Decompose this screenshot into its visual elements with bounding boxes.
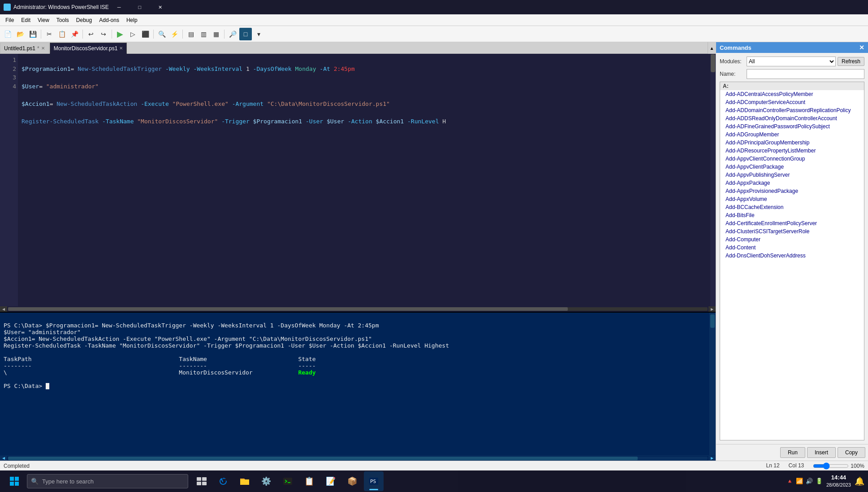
cmd-item-5[interactable]: Add-ADGroupMember — [720, 131, 864, 139]
system-tray-icons: 🔺 📶 🔊 🔋 — [786, 478, 823, 484]
tab-untitled[interactable]: Untitled1.ps1* ✕ — [0, 43, 49, 53]
tab-untitled-close[interactable]: ✕ — [41, 46, 45, 51]
toolbar-more[interactable]: ▾ — [253, 28, 264, 40]
toolbar-panel1[interactable]: ▤ — [185, 28, 197, 40]
toolbar-cut[interactable]: ✂ — [43, 28, 55, 40]
toolbar-run-selection[interactable]: ▷ — [127, 28, 138, 40]
taskbar-app-7[interactable]: 📦 — [342, 471, 362, 491]
taskbar-explorer[interactable] — [235, 471, 255, 491]
volume-icon[interactable]: 🔊 — [806, 478, 813, 484]
cmd-item-17[interactable]: Add-ClusteriSCSITargetServerRole — [720, 227, 864, 235]
cmd-item-20[interactable]: Add-DnsClientDohServerAddress — [720, 252, 864, 260]
toolbar-panel3[interactable]: ▦ — [210, 28, 222, 40]
terminal-hscroll-right[interactable]: ▶ — [708, 456, 716, 461]
editor-hscroll[interactable]: ◀ ▶ — [0, 306, 716, 312]
modules-select[interactable]: All — [747, 57, 836, 66]
terminal-hscroll-left[interactable]: ◀ — [0, 456, 7, 461]
toolbar-paste[interactable]: 📌 — [69, 28, 80, 40]
taskbar-edge[interactable] — [213, 471, 233, 491]
close-button[interactable]: ✕ — [150, 0, 171, 14]
menu-addons[interactable]: Add-ons — [95, 16, 123, 24]
cmd-item-0[interactable]: Add-ADCentralAccessPolicyMember — [720, 90, 864, 98]
taskbar-app-4[interactable]: ⚙️ — [256, 471, 276, 491]
terminal-prompt: PS C:\Data> — [4, 383, 49, 389]
toolbar-run[interactable]: ▶ — [114, 28, 126, 40]
cmd-item-8[interactable]: Add-AppvClientConnectionGroup — [720, 155, 864, 163]
commands-panel: Commands ✕ Modules: All Refresh Name: A: — [716, 42, 868, 461]
commands-close-icon[interactable]: ✕ — [859, 44, 864, 51]
toolbar-new[interactable]: 📄 — [2, 28, 13, 40]
minimize-button[interactable]: ─ — [109, 0, 130, 14]
toolbar-copy[interactable]: 📋 — [56, 28, 68, 40]
toolbar-sep6 — [224, 30, 225, 39]
main-content: Untitled1.ps1* ✕ MonitorDiscosServidor.p… — [0, 42, 868, 461]
start-button[interactable] — [4, 470, 25, 492]
taskbar-terminal[interactable] — [278, 471, 298, 491]
editor-vscroll[interactable] — [710, 54, 716, 306]
insert-button[interactable]: Insert — [807, 447, 836, 458]
refresh-button[interactable]: Refresh — [838, 57, 864, 66]
title-text: Administrator: Windows PowerShell ISE — [13, 4, 109, 10]
tab-scroll-up[interactable]: ▲ — [708, 42, 716, 54]
cmd-item-1[interactable]: Add-ADComputerServiceAccount — [720, 98, 864, 106]
menu-file[interactable]: File — [2, 16, 17, 24]
zoom-slider[interactable] — [813, 462, 849, 470]
terminal-table-row: \ MonitorDiscosServidor Ready — [4, 369, 316, 376]
maximize-button[interactable]: □ — [130, 0, 150, 14]
taskbar-app-6[interactable]: 📝 — [321, 471, 341, 491]
cmd-item-2[interactable]: Add-ADDomainControllerPasswordReplicatio… — [720, 106, 864, 114]
menu-help[interactable]: Help — [123, 16, 141, 24]
cmd-item-6[interactable]: Add-ADPrincipalGroupMembership — [720, 139, 864, 147]
toolbar-zoom-in[interactable]: 🔎 — [227, 28, 238, 40]
taskbar-powershell[interactable]: PS — [364, 471, 384, 491]
toolbar-panel2[interactable]: ▥ — [198, 28, 209, 40]
toolbar-save[interactable]: 💾 — [27, 28, 39, 40]
cmd-item-18[interactable]: Add-Computer — [720, 235, 864, 244]
taskbar-task-view[interactable] — [192, 471, 212, 491]
cmd-item-16[interactable]: Add-CertificateEnrollmentPolicyServer — [720, 219, 864, 227]
terminal-hscroll[interactable]: ◀ ▶ — [0, 455, 716, 461]
cmd-item-7[interactable]: Add-ADResourcePropertyListMember — [720, 147, 864, 155]
tab-monitor[interactable]: MonitorDiscosServidor.ps1 ✕ — [50, 43, 127, 54]
cmd-item-12[interactable]: Add-AppxProvisionedPackage — [720, 187, 864, 195]
clock[interactable]: 14:44 28/08/2023 — [826, 474, 851, 489]
search-icon: 🔍 — [31, 478, 39, 485]
svg-rect-4 — [197, 477, 201, 481]
cmd-item-14[interactable]: Add-BCCacheExtension — [720, 203, 864, 211]
wifi-icon[interactable]: 📶 — [796, 478, 803, 484]
hscroll-left[interactable]: ◀ — [0, 306, 7, 312]
menu-view[interactable]: View — [34, 16, 53, 24]
search-input[interactable] — [42, 478, 184, 485]
cmd-item-9[interactable]: Add-AppvClientPackage — [720, 163, 864, 171]
cmd-item-10[interactable]: Add-AppvPublishingServer — [720, 171, 864, 179]
name-input[interactable] — [747, 69, 864, 79]
menu-edit[interactable]: Edit — [17, 16, 34, 24]
menu-debug[interactable]: Debug — [73, 16, 95, 24]
toolbar-zoom-out[interactable]: □ — [239, 28, 252, 40]
toolbar-redo[interactable]: ↪ — [98, 28, 109, 40]
tab-monitor-close[interactable]: ✕ — [119, 46, 123, 51]
toolbar-debug2[interactable]: ⚡ — [168, 28, 180, 40]
search-bar[interactable]: 🔍 — [27, 474, 188, 488]
terminal-vscroll[interactable] — [709, 313, 716, 455]
taskbar-right: 🔺 📶 🔊 🔋 14:44 28/08/2023 🔔 — [786, 474, 864, 489]
taskbar-app-5[interactable]: 📋 — [299, 471, 319, 491]
hscroll-right[interactable]: ▶ — [708, 306, 716, 312]
cmd-item-13[interactable]: Add-AppxVolume — [720, 195, 864, 203]
code-editor[interactable]: $Programacion1= New-ScheduledTaskTrigger… — [18, 54, 710, 306]
cmd-item-4[interactable]: Add-ADFineGrainedPasswordPolicySubject — [720, 122, 864, 131]
run-button[interactable]: Run — [780, 447, 805, 458]
copy-button[interactable]: Copy — [838, 447, 865, 458]
notification-button[interactable]: 🔔 — [855, 476, 864, 486]
terminal-table-sep: -------- -------- ----- — [4, 362, 316, 369]
toolbar-undo[interactable]: ↩ — [85, 28, 97, 40]
toolbar-open[interactable]: 📂 — [14, 28, 26, 40]
cmd-item-11[interactable]: Add-AppxPackage — [720, 179, 864, 187]
cmd-item-19[interactable]: Add-Content — [720, 244, 864, 252]
toolbar-stop[interactable]: ⬛ — [139, 28, 151, 40]
terminal-area[interactable]: PS C:\Data> $Programacion1= New-Schedule… — [0, 312, 716, 455]
cmd-item-15[interactable]: Add-BitsFile — [720, 211, 864, 219]
toolbar-debug1[interactable]: 🔍 — [156, 28, 168, 40]
menu-tools[interactable]: Tools — [53, 16, 73, 24]
cmd-item-3[interactable]: Add-ADDSReadOnlyDomainControllerAccount — [720, 114, 864, 122]
